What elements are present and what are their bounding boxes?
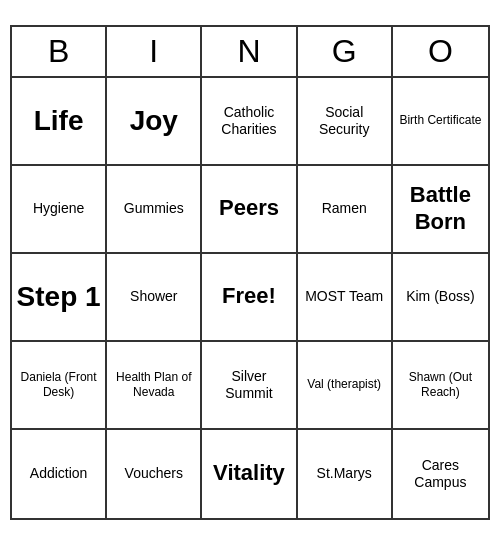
bingo-cell-17: Silver Summit (202, 342, 297, 430)
bingo-cell-6: Gummies (107, 166, 202, 254)
bingo-cell-13: MOST Team (298, 254, 393, 342)
bingo-cell-0: Life (12, 78, 107, 166)
bingo-cell-22: Vitality (202, 430, 297, 518)
bingo-cell-21: Vouchers (107, 430, 202, 518)
bingo-cell-4: Birth Certificate (393, 78, 488, 166)
bingo-cell-1: Joy (107, 78, 202, 166)
bingo-cell-5: Hygiene (12, 166, 107, 254)
bingo-cell-23: St.Marys (298, 430, 393, 518)
header-letter-I: I (107, 27, 202, 76)
bingo-cell-19: Shawn (Out Reach) (393, 342, 488, 430)
bingo-cell-2: Catholic Charities (202, 78, 297, 166)
bingo-cell-20: Addiction (12, 430, 107, 518)
bingo-cell-15: Daniela (Front Desk) (12, 342, 107, 430)
bingo-cell-16: Health Plan of Nevada (107, 342, 202, 430)
bingo-cell-14: Kim (Boss) (393, 254, 488, 342)
bingo-cell-8: Ramen (298, 166, 393, 254)
header-letter-B: B (12, 27, 107, 76)
header-letter-O: O (393, 27, 488, 76)
bingo-cell-12: Free! (202, 254, 297, 342)
bingo-cell-24: Cares Campus (393, 430, 488, 518)
bingo-cell-7: Peers (202, 166, 297, 254)
bingo-header: BINGO (12, 27, 488, 78)
bingo-card: BINGO LifeJoyCatholic CharitiesSocial Se… (10, 25, 490, 520)
header-letter-N: N (202, 27, 297, 76)
bingo-cell-18: Val (therapist) (298, 342, 393, 430)
bingo-grid: LifeJoyCatholic CharitiesSocial Security… (12, 78, 488, 518)
bingo-cell-10: Step 1 (12, 254, 107, 342)
bingo-cell-3: Social Security (298, 78, 393, 166)
bingo-cell-11: Shower (107, 254, 202, 342)
bingo-cell-9: Battle Born (393, 166, 488, 254)
header-letter-G: G (298, 27, 393, 76)
